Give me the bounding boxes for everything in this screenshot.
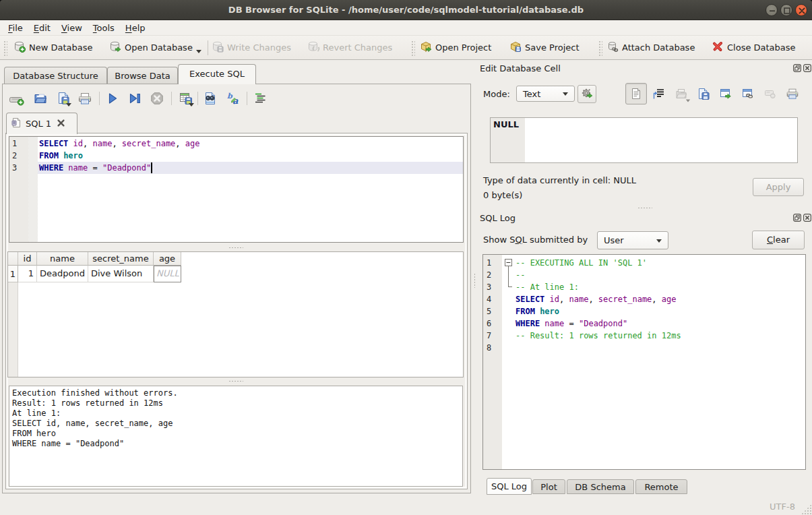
- print-cell-icon[interactable]: [784, 86, 801, 102]
- log-line: 1-- EXECUTING ALL IN 'SQL 1': [483, 257, 805, 269]
- line-number: 7: [487, 330, 500, 342]
- tab-browse-data[interactable]: Browse Data: [107, 67, 178, 84]
- clear-button[interactable]: Clear: [752, 231, 805, 249]
- sql-token-op: =: [564, 319, 579, 328]
- import-data-button[interactable]: [577, 85, 596, 103]
- mnemonic-underline: H: [125, 23, 132, 33]
- save-project-button[interactable]: Save Project: [509, 36, 580, 59]
- close-panel-icon[interactable]: [803, 64, 811, 74]
- editor-line[interactable]: 3WHERE name = "Deadpond": [9, 162, 463, 174]
- execute-line-icon[interactable]: [127, 91, 142, 106]
- dock-section-splitter[interactable]: [637, 207, 652, 209]
- messages-pane[interactable]: Execution finished without errors. Resul…: [9, 386, 463, 487]
- close-database-button[interactable]: Close Database: [712, 36, 796, 59]
- grid-corner: [8, 252, 18, 266]
- show-sql-label: Show SQL submitted by: [483, 235, 588, 245]
- replace-icon[interactable]: b a: [226, 91, 241, 106]
- toolbar-grip[interactable]: [3, 40, 7, 56]
- toolbar-grip[interactable]: [598, 40, 602, 56]
- open-sql-file-icon[interactable]: [33, 91, 48, 106]
- close-button[interactable]: [795, 4, 807, 16]
- copy-link-icon[interactable]: [740, 86, 756, 102]
- close-tab-icon[interactable]: [57, 119, 65, 129]
- dock-splitter[interactable]: [474, 273, 476, 288]
- tab-db-schema[interactable]: DB Schema: [567, 479, 634, 494]
- grid-cell[interactable]: Deadpond: [37, 266, 88, 282]
- column-header-name[interactable]: name: [37, 252, 88, 266]
- sql-editor[interactable]: 1SELECT id, name, secret_name, age2FROM …: [9, 136, 464, 243]
- cell-size-label: 0 byte(s): [483, 190, 522, 200]
- grid-cell[interactable]: Dive Wilson: [88, 266, 154, 282]
- tab-remote[interactable]: Remote: [635, 479, 687, 494]
- menu-edit[interactable]: Edit: [28, 20, 56, 36]
- sql-token-cm: -- Result: 1 rows returned in 12ms: [516, 331, 681, 340]
- editor-line[interactable]: 1SELECT id, name, secret_name, age: [9, 138, 463, 150]
- mode-combobox[interactable]: Text: [516, 86, 575, 102]
- menu-tools[interactable]: Tools: [88, 20, 120, 36]
- grid-messages-splitter[interactable]: [228, 380, 243, 382]
- sql-token-op: =: [88, 163, 102, 173]
- titlebar[interactable]: DB Browser for SQLite - /home/user/code/…: [0, 0, 812, 20]
- format-sql-icon[interactable]: [253, 91, 268, 106]
- tab-plot[interactable]: Plot: [532, 479, 565, 494]
- tab-sql-log[interactable]: SQL Log: [487, 478, 532, 495]
- submitted-by-combobox[interactable]: User: [597, 231, 668, 249]
- chevron-down-icon: [563, 92, 568, 96]
- column-header-id[interactable]: id: [18, 252, 37, 266]
- mnemonic-underline: E: [34, 23, 39, 33]
- menu-view[interactable]: View: [56, 20, 88, 36]
- sql-log-editor[interactable]: 1-- EXECUTING ALL IN 'SQL 1' 2--3-- At l…: [482, 254, 806, 470]
- dropdown-caret-icon[interactable]: [196, 50, 201, 53]
- menu-file[interactable]: File: [3, 20, 28, 36]
- sql-token-id: age: [662, 295, 677, 304]
- tab-database-structure[interactable]: Database Structure: [4, 67, 107, 84]
- text-mode-icon[interactable]: [625, 83, 647, 104]
- close-panel-icon[interactable]: [803, 214, 811, 224]
- results-grid[interactable]: idnamesecret_nameage11DeadpondDive Wilso…: [7, 251, 464, 377]
- import-data-icon: [580, 86, 594, 102]
- word-wrap-icon[interactable]: [651, 86, 667, 102]
- fold-marker-icon[interactable]: [505, 259, 513, 267]
- new-database-button[interactable]: New Database: [13, 36, 93, 59]
- dropdown-caret-icon[interactable]: [66, 103, 71, 107]
- print-sql-icon[interactable]: [77, 91, 92, 106]
- open-database-button[interactable]: Open Database: [109, 36, 201, 59]
- column-header-age[interactable]: age: [154, 252, 181, 266]
- new-sql-tab-icon[interactable]: [9, 91, 24, 106]
- execute-all-icon[interactable]: [105, 91, 120, 106]
- float-panel-icon[interactable]: [793, 64, 801, 74]
- toolbar-separator: [197, 92, 198, 105]
- log-line: 7-- Result: 1 rows returned in 12ms: [483, 330, 805, 342]
- editor-line[interactable]: 2FROM hero: [9, 150, 463, 162]
- dropdown-caret-icon[interactable]: [189, 103, 194, 107]
- revert-changes-button: Revert Changes: [307, 36, 392, 59]
- apply-button: Apply: [753, 178, 804, 196]
- maximize-button[interactable]: [780, 4, 792, 16]
- toolbar-grip[interactable]: [410, 40, 415, 56]
- menu-help[interactable]: Help: [120, 20, 151, 36]
- minimize-button[interactable]: [766, 4, 778, 16]
- save-cell-icon[interactable]: [695, 86, 712, 102]
- open-database-icon: [109, 40, 121, 55]
- mnemonic-underline: T: [93, 23, 97, 33]
- dropdown-caret-icon: [686, 100, 690, 102]
- line-text: -- Result: 1 rows returned in 12ms: [516, 330, 681, 342]
- tab-sql-1[interactable]: SQL 1: [6, 113, 77, 134]
- find-icon[interactable]: [203, 91, 218, 106]
- grid-cell[interactable]: 1: [18, 266, 37, 282]
- tab-execute-sql[interactable]: Execute SQL: [178, 64, 256, 84]
- line-number: 4: [487, 293, 500, 305]
- toolbar-separator: [247, 92, 247, 105]
- attach-database-button[interactable]: Attach Database: [606, 36, 695, 59]
- sql-log-title: SQL Log: [480, 213, 516, 223]
- cell-type-label: Type of data currently in cell: NULL: [483, 175, 636, 185]
- toolbar-button-label: New Database: [29, 42, 93, 53]
- row-header[interactable]: 1: [8, 266, 18, 282]
- resize-grip-icon[interactable]: [801, 504, 811, 514]
- export-cell-icon[interactable]: [718, 86, 734, 102]
- open-project-button[interactable]: Open Project: [420, 36, 491, 59]
- editor-grid-splitter[interactable]: [228, 247, 243, 249]
- column-header-secret_name[interactable]: secret_name: [88, 252, 154, 266]
- float-panel-icon[interactable]: [793, 214, 801, 224]
- cell-editor[interactable]: NULL: [490, 117, 798, 163]
